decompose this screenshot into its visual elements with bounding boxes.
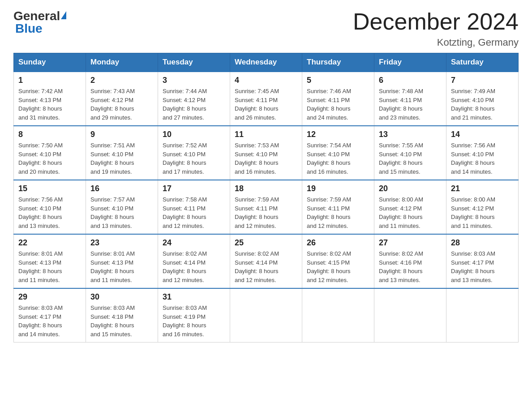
calendar-cell: 26 Sunrise: 8:02 AMSunset: 4:15 PMDaylig… [302, 234, 374, 288]
calendar-cell: 6 Sunrise: 7:48 AMSunset: 4:11 PMDayligh… [374, 72, 446, 126]
calendar-cell: 29 Sunrise: 8:03 AMSunset: 4:17 PMDaylig… [14, 288, 86, 342]
logo-triangle-icon [61, 11, 66, 19]
calendar-cell [374, 288, 446, 342]
calendar-cell: 25 Sunrise: 8:02 AMSunset: 4:14 PMDaylig… [230, 234, 302, 288]
calendar-cell: 10 Sunrise: 7:52 AMSunset: 4:10 PMDaylig… [158, 126, 230, 180]
day-info: Sunrise: 7:56 AMSunset: 4:10 PMDaylight:… [18, 196, 63, 229]
subtitle: Kotzting, Germany [353, 37, 519, 48]
day-number: 24 [163, 238, 225, 248]
day-info: Sunrise: 7:52 AMSunset: 4:10 PMDaylight:… [163, 142, 207, 175]
calendar-cell [230, 288, 302, 342]
header-friday: Friday [374, 53, 446, 72]
day-info: Sunrise: 7:57 AMSunset: 4:10 PMDaylight:… [90, 196, 135, 229]
day-number: 10 [163, 130, 225, 139]
day-number: 6 [379, 76, 442, 85]
calendar-cell [302, 288, 374, 342]
calendar-cell: 4 Sunrise: 7:45 AMSunset: 4:11 PMDayligh… [230, 72, 302, 126]
calendar-cell: 16 Sunrise: 7:57 AMSunset: 4:10 PMDaylig… [86, 180, 158, 234]
calendar-cell: 24 Sunrise: 8:02 AMSunset: 4:14 PMDaylig… [158, 234, 230, 288]
day-info: Sunrise: 7:54 AMSunset: 4:10 PMDaylight:… [307, 142, 351, 175]
day-info: Sunrise: 8:02 AMSunset: 4:15 PMDaylight:… [307, 250, 351, 283]
day-number: 26 [307, 238, 369, 248]
calendar-table: Sunday Monday Tuesday Wednesday Thursday… [13, 53, 519, 342]
day-info: Sunrise: 7:45 AMSunset: 4:11 PMDaylight:… [235, 88, 279, 121]
day-number: 18 [235, 184, 297, 193]
week-row-2: 8 Sunrise: 7:50 AMSunset: 4:10 PMDayligh… [14, 126, 519, 180]
calendar-cell: 1 Sunrise: 7:42 AMSunset: 4:13 PMDayligh… [14, 72, 86, 126]
calendar-cell: 13 Sunrise: 7:55 AMSunset: 4:10 PMDaylig… [374, 126, 446, 180]
calendar-cell: 20 Sunrise: 8:00 AMSunset: 4:12 PMDaylig… [374, 180, 446, 234]
calendar-header-row: Sunday Monday Tuesday Wednesday Thursday… [14, 53, 519, 72]
day-number: 30 [90, 292, 153, 302]
logo-blue: Blue [15, 21, 43, 36]
day-info: Sunrise: 7:53 AMSunset: 4:10 PMDaylight:… [235, 142, 279, 175]
day-info: Sunrise: 7:46 AMSunset: 4:11 PMDaylight:… [307, 88, 351, 121]
calendar-cell: 12 Sunrise: 7:54 AMSunset: 4:10 PMDaylig… [302, 126, 374, 180]
header-sunday: Sunday [14, 53, 86, 72]
day-number: 29 [18, 292, 81, 302]
day-info: Sunrise: 8:02 AMSunset: 4:14 PMDaylight:… [235, 250, 279, 283]
day-info: Sunrise: 7:49 AMSunset: 4:10 PMDaylight:… [451, 88, 495, 121]
week-row-5: 29 Sunrise: 8:03 AMSunset: 4:17 PMDaylig… [14, 288, 519, 342]
calendar-cell: 28 Sunrise: 8:03 AMSunset: 4:17 PMDaylig… [446, 234, 519, 288]
header-wednesday: Wednesday [230, 53, 302, 72]
day-number: 12 [307, 130, 369, 139]
day-info: Sunrise: 8:01 AMSunset: 4:13 PMDaylight:… [90, 250, 135, 283]
calendar-cell: 3 Sunrise: 7:44 AMSunset: 4:12 PMDayligh… [158, 72, 230, 126]
day-number: 21 [451, 184, 514, 193]
day-number: 28 [451, 238, 514, 248]
day-info: Sunrise: 7:59 AMSunset: 4:11 PMDaylight:… [307, 196, 351, 229]
calendar-cell: 31 Sunrise: 8:03 AMSunset: 4:19 PMDaylig… [158, 288, 230, 342]
day-number: 5 [307, 76, 369, 85]
day-info: Sunrise: 7:55 AMSunset: 4:10 PMDaylight:… [379, 142, 423, 175]
day-info: Sunrise: 7:43 AMSunset: 4:12 PMDaylight:… [90, 88, 135, 121]
calendar-cell: 11 Sunrise: 7:53 AMSunset: 4:10 PMDaylig… [230, 126, 302, 180]
day-number: 7 [451, 76, 514, 85]
calendar-cell: 2 Sunrise: 7:43 AMSunset: 4:12 PMDayligh… [86, 72, 158, 126]
day-info: Sunrise: 7:59 AMSunset: 4:11 PMDaylight:… [235, 196, 279, 229]
day-number: 31 [163, 292, 225, 302]
day-info: Sunrise: 7:44 AMSunset: 4:12 PMDaylight:… [163, 88, 207, 121]
day-number: 20 [379, 184, 442, 193]
day-info: Sunrise: 7:50 AMSunset: 4:10 PMDaylight:… [18, 142, 63, 175]
day-number: 16 [90, 184, 153, 193]
day-number: 22 [18, 238, 81, 248]
day-info: Sunrise: 8:03 AMSunset: 4:19 PMDaylight:… [163, 304, 207, 338]
day-info: Sunrise: 8:02 AMSunset: 4:14 PMDaylight:… [163, 250, 207, 283]
calendar-cell: 30 Sunrise: 8:03 AMSunset: 4:18 PMDaylig… [86, 288, 158, 342]
header-saturday: Saturday [446, 53, 519, 72]
day-number: 17 [163, 184, 225, 193]
calendar-cell: 21 Sunrise: 8:00 AMSunset: 4:12 PMDaylig… [446, 180, 519, 234]
calendar-cell: 17 Sunrise: 7:58 AMSunset: 4:11 PMDaylig… [158, 180, 230, 234]
day-number: 14 [451, 130, 514, 139]
day-info: Sunrise: 8:00 AMSunset: 4:12 PMDaylight:… [379, 196, 423, 229]
day-info: Sunrise: 7:42 AMSunset: 4:13 PMDaylight:… [18, 88, 63, 121]
day-info: Sunrise: 8:02 AMSunset: 4:16 PMDaylight:… [379, 250, 423, 283]
day-info: Sunrise: 7:51 AMSunset: 4:10 PMDaylight:… [90, 142, 135, 175]
week-row-3: 15 Sunrise: 7:56 AMSunset: 4:10 PMDaylig… [14, 180, 519, 234]
day-number: 1 [18, 76, 81, 85]
calendar-cell: 23 Sunrise: 8:01 AMSunset: 4:13 PMDaylig… [86, 234, 158, 288]
day-number: 8 [18, 130, 81, 139]
day-info: Sunrise: 7:48 AMSunset: 4:11 PMDaylight:… [379, 88, 423, 121]
calendar-cell: 5 Sunrise: 7:46 AMSunset: 4:11 PMDayligh… [302, 72, 374, 126]
day-number: 13 [379, 130, 442, 139]
calendar-cell: 19 Sunrise: 7:59 AMSunset: 4:11 PMDaylig… [302, 180, 374, 234]
day-number: 23 [90, 238, 153, 248]
week-row-1: 1 Sunrise: 7:42 AMSunset: 4:13 PMDayligh… [14, 72, 519, 126]
logo: General Blue [13, 9, 66, 36]
title-section: December 2024 Kotzting, Germany [353, 9, 519, 48]
day-info: Sunrise: 7:56 AMSunset: 4:10 PMDaylight:… [451, 142, 495, 175]
week-row-4: 22 Sunrise: 8:01 AMSunset: 4:13 PMDaylig… [14, 234, 519, 288]
day-number: 9 [90, 130, 153, 139]
calendar-cell: 14 Sunrise: 7:56 AMSunset: 4:10 PMDaylig… [446, 126, 519, 180]
calendar-cell: 7 Sunrise: 7:49 AMSunset: 4:10 PMDayligh… [446, 72, 519, 126]
day-number: 2 [90, 76, 153, 85]
day-info: Sunrise: 8:00 AMSunset: 4:12 PMDaylight:… [451, 196, 495, 229]
calendar-cell: 8 Sunrise: 7:50 AMSunset: 4:10 PMDayligh… [14, 126, 86, 180]
header-tuesday: Tuesday [158, 53, 230, 72]
day-info: Sunrise: 8:03 AMSunset: 4:17 PMDaylight:… [451, 250, 495, 283]
day-info: Sunrise: 7:58 AMSunset: 4:11 PMDaylight:… [163, 196, 207, 229]
calendar-cell [446, 288, 519, 342]
day-number: 25 [235, 238, 297, 248]
